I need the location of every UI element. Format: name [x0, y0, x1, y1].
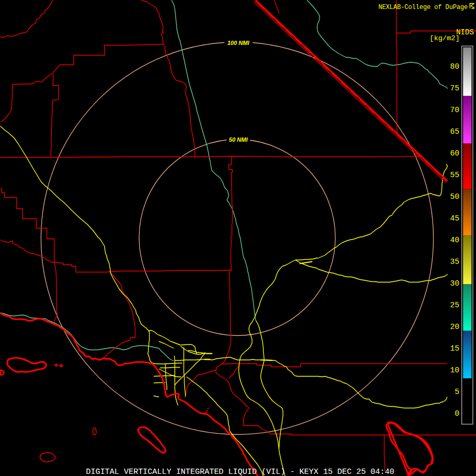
svg-text:DIGITAL VERTICALLY INTEGRATED: DIGITAL VERTICALLY INTEGRATED LIQUID (VI… — [86, 468, 395, 476]
svg-text:45: 45 — [450, 214, 459, 223]
svg-text:15: 15 — [450, 344, 459, 353]
svg-text:[kg/m2]: [kg/m2] — [429, 34, 460, 42]
svg-text:40: 40 — [450, 236, 459, 244]
svg-text:100 NMI: 100 NMI — [227, 40, 250, 46]
svg-text:20: 20 — [450, 323, 459, 331]
svg-text:70: 70 — [450, 106, 459, 114]
svg-text:35: 35 — [450, 258, 459, 266]
svg-text:80: 80 — [450, 62, 459, 71]
svg-text:60: 60 — [450, 149, 459, 158]
svg-text:10: 10 — [450, 366, 459, 374]
svg-text:55: 55 — [450, 171, 459, 179]
svg-text:0: 0 — [455, 409, 460, 418]
svg-text:50 NMI: 50 NMI — [229, 136, 248, 143]
svg-text:65: 65 — [450, 127, 459, 136]
svg-text:50: 50 — [450, 193, 459, 201]
svg-text:NEXLAB-College of DuPage: NEXLAB-College of DuPage — [379, 4, 468, 11]
svg-text:25: 25 — [450, 301, 459, 309]
svg-text:5: 5 — [455, 388, 460, 396]
svg-text:30: 30 — [450, 279, 459, 288]
svg-text:75: 75 — [450, 84, 459, 93]
